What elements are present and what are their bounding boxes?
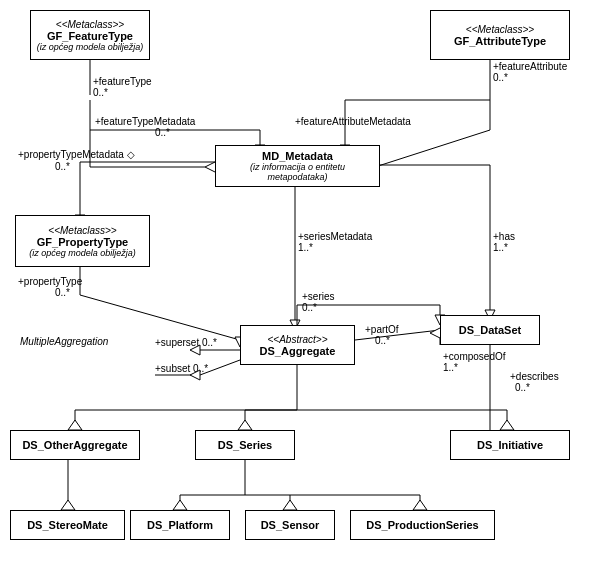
svg-text:0..*: 0..* (515, 382, 530, 393)
svg-text:0..*: 0..* (155, 127, 170, 138)
gf-property-type-stereotype: <<Metaclass>> (48, 225, 116, 236)
ds-aggregate-stereotype: <<Abstract>> (267, 334, 327, 345)
gf-attribute-type-stereotype: <<Metaclass>> (466, 24, 534, 35)
ds-series-box: DS_Series (195, 430, 295, 460)
ds-production-series-name: DS_ProductionSeries (366, 519, 478, 531)
ds-platform-name: DS_Platform (147, 519, 213, 531)
ds-series-name: DS_Series (218, 439, 272, 451)
svg-text:+series: +series (302, 291, 335, 302)
svg-text:1..*: 1..* (443, 362, 458, 373)
svg-text:1..*: 1..* (493, 242, 508, 253)
ds-stereomate-name: DS_StereoMate (27, 519, 108, 531)
gf-property-type-name: GF_PropertyType (37, 236, 129, 248)
svg-text:MultipleAggregation: MultipleAggregation (20, 336, 109, 347)
svg-text:0..*: 0..* (93, 87, 108, 98)
gf-feature-type-box: <<Metaclass>> GF_FeatureType (iz općeg m… (30, 10, 150, 60)
gf-property-type-subtitle: (iz općeg modela obilježja) (29, 248, 136, 258)
svg-marker-82 (283, 500, 297, 510)
svg-text:0..*: 0..* (375, 335, 390, 346)
svg-text:+has: +has (493, 231, 515, 242)
ds-dataset-name: DS_DataSet (459, 324, 521, 336)
svg-line-21 (375, 130, 490, 167)
svg-marker-74 (500, 420, 514, 430)
gf-attribute-type-name: GF_AttributeType (454, 35, 546, 47)
md-metadata-box: MD_Metadata (iz informacija o entitetu m… (215, 145, 380, 187)
ds-aggregate-name: DS_Aggregate (260, 345, 336, 357)
uml-diagram: +featureType 0..* +featureAttribute 0..*… (0, 0, 606, 575)
gf-feature-type-subtitle: (iz općeg modela obilježja) (37, 42, 144, 52)
svg-line-28 (80, 295, 240, 340)
svg-text:+featureAttribute: +featureAttribute (493, 61, 568, 72)
svg-text:+seriesMetadata: +seriesMetadata (298, 231, 373, 242)
svg-text:0..*: 0..* (55, 287, 70, 298)
svg-text:+describes: +describes (510, 371, 559, 382)
svg-text:0..*: 0..* (493, 72, 508, 83)
ds-initiative-box: DS_Initiative (450, 430, 570, 460)
svg-text:1..*: 1..* (298, 242, 313, 253)
ds-aggregate-box: <<Abstract>> DS_Aggregate (240, 325, 355, 365)
svg-text:0..*: 0..* (302, 302, 317, 313)
ds-stereomate-box: DS_StereoMate (10, 510, 125, 540)
svg-text:+superset 0..*: +superset 0..* (155, 337, 217, 348)
diagram-svg: +featureType 0..* +featureAttribute 0..*… (0, 0, 606, 575)
gf-feature-type-name: GF_FeatureType (47, 30, 133, 42)
ds-other-aggregate-name: DS_OtherAggregate (22, 439, 127, 451)
svg-text:+partOf: +partOf (365, 324, 399, 335)
svg-text:+featureTypeMetadata: +featureTypeMetadata (95, 116, 196, 127)
svg-text:+featureType: +featureType (93, 76, 152, 87)
svg-marker-71 (238, 420, 252, 430)
svg-text:0..*: 0..* (55, 161, 70, 172)
ds-platform-box: DS_Platform (130, 510, 230, 540)
gf-feature-type-stereotype: <<Metaclass>> (56, 19, 124, 30)
svg-marker-76 (61, 500, 75, 510)
ds-dataset-box: DS_DataSet (440, 315, 540, 345)
ds-initiative-name: DS_Initiative (477, 439, 543, 451)
ds-production-series-box: DS_ProductionSeries (350, 510, 495, 540)
svg-text:+propertyType: +propertyType (18, 276, 83, 287)
md-metadata-name: MD_Metadata (262, 150, 333, 162)
ds-sensor-name: DS_Sensor (261, 519, 320, 531)
md-metadata-subtitle: (iz informacija o entitetu metapodataka) (219, 162, 376, 182)
svg-marker-68 (68, 420, 82, 430)
svg-text:+featureAttributeMetadata: +featureAttributeMetadata (295, 116, 411, 127)
ds-sensor-box: DS_Sensor (245, 510, 335, 540)
svg-marker-84 (413, 500, 427, 510)
svg-marker-80 (173, 500, 187, 510)
ds-other-aggregate-box: DS_OtherAggregate (10, 430, 140, 460)
svg-text:+propertyTypeMetadata ◇: +propertyTypeMetadata ◇ (18, 149, 135, 160)
gf-attribute-type-box: <<Metaclass>> GF_AttributeType (430, 10, 570, 60)
gf-property-type-box: <<Metaclass>> GF_PropertyType (iz općeg … (15, 215, 150, 267)
svg-text:+composedOf: +composedOf (443, 351, 506, 362)
